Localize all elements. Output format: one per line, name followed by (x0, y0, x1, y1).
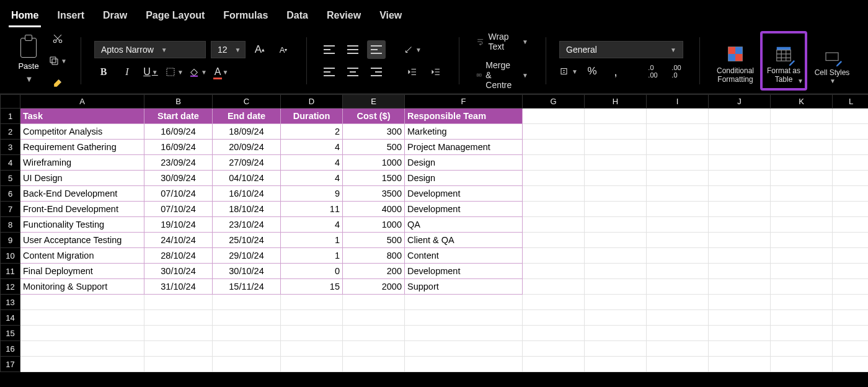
copy-button[interactable]: ▼ (48, 51, 67, 70)
row-header-1[interactable]: 1 (1, 109, 20, 124)
accounting-format-button[interactable]: ▼ (559, 62, 578, 81)
underline-button[interactable]: U▼ (141, 63, 160, 81)
align-bottom-button[interactable] (367, 40, 386, 59)
table-header-cell[interactable]: Cost ($) (343, 109, 405, 124)
cell[interactable]: 16/09/24 (144, 124, 213, 140)
increase-font-button[interactable]: A▴ (250, 40, 269, 59)
cell[interactable]: 4 (281, 171, 343, 186)
column-header-H[interactable]: H (585, 95, 647, 109)
cell[interactable]: 11 (281, 202, 343, 217)
table-header-cell[interactable]: Responsible Team (405, 109, 523, 124)
table-header-cell[interactable]: End date (213, 109, 281, 124)
column-header-I[interactable]: I (647, 95, 709, 109)
cell[interactable]: User Acceptance Testing (20, 233, 144, 248)
cell[interactable]: Monitoring & Support (20, 279, 144, 295)
cell[interactable]: 18/10/24 (213, 202, 281, 217)
row-header-16[interactable]: 16 (1, 341, 20, 357)
column-header-F[interactable]: F (405, 95, 523, 109)
cell[interactable]: UI Design (20, 171, 144, 186)
spreadsheet[interactable]: ABCDEFGHIJKL1TaskStart dateEnd dateDurat… (0, 94, 868, 372)
row-header-13[interactable]: 13 (1, 295, 20, 310)
cell[interactable]: Design (405, 155, 523, 171)
cell[interactable]: 16/09/24 (144, 140, 213, 155)
cell[interactable]: Development (405, 202, 523, 217)
orientation-button[interactable]: ▼ (403, 40, 422, 59)
conditional-formatting-button[interactable]: Conditional Formatting (713, 35, 758, 87)
cell[interactable]: Project Management (405, 140, 523, 155)
align-middle-button[interactable] (343, 40, 362, 59)
row-header-9[interactable]: 9 (1, 233, 20, 248)
row-header-11[interactable]: 11 (1, 264, 20, 279)
row-header-3[interactable]: 3 (1, 140, 20, 155)
table-header-cell[interactable]: Start date (144, 109, 213, 124)
cell[interactable]: Functionality Testing (20, 217, 144, 233)
cell[interactable]: Marketing (405, 124, 523, 140)
row-header-4[interactable]: 4 (1, 155, 20, 171)
cell[interactable]: 800 (343, 248, 405, 264)
tab-view[interactable]: View (377, 6, 404, 27)
align-top-button[interactable] (320, 40, 339, 59)
column-header-B[interactable]: B (144, 95, 213, 109)
cell[interactable]: 20/09/24 (213, 140, 281, 155)
cell[interactable]: 2000 (343, 279, 405, 295)
tab-data[interactable]: Data (284, 6, 311, 27)
cell[interactable]: 4 (281, 217, 343, 233)
row-header-5[interactable]: 5 (1, 171, 20, 186)
paste-button[interactable]: Paste ▼ (14, 35, 43, 87)
cell[interactable]: 23/09/24 (144, 155, 213, 171)
column-header-A[interactable]: A (20, 95, 144, 109)
cell[interactable]: 30/10/24 (213, 264, 281, 279)
row-header-12[interactable]: 12 (1, 279, 20, 295)
cell[interactable]: 23/10/24 (213, 217, 281, 233)
cell[interactable]: 0 (281, 264, 343, 279)
cell[interactable]: Design (405, 171, 523, 186)
select-all-corner[interactable] (1, 95, 20, 109)
cell[interactable]: 500 (343, 233, 405, 248)
cell-styles-button[interactable]: Cell Styles ▼ (810, 35, 854, 87)
row-header-7[interactable]: 7 (1, 202, 20, 217)
align-left-button[interactable] (320, 63, 339, 81)
row-header-17[interactable]: 17 (1, 357, 20, 372)
align-center-button[interactable] (343, 63, 362, 81)
cell[interactable]: Wireframing (20, 155, 144, 171)
increase-decimal-button[interactable]: .0.00 (644, 62, 662, 81)
decrease-decimal-button[interactable]: .00.0 (667, 62, 686, 81)
cell[interactable]: 19/10/24 (144, 217, 213, 233)
cell[interactable]: 15/11/24 (213, 279, 281, 295)
cell[interactable]: Back-End Development (20, 186, 144, 202)
font-family-dropdown[interactable]: Aptos Narrow▼ (94, 41, 206, 58)
cell[interactable]: Client & QA (405, 233, 523, 248)
cell[interactable]: 27/09/24 (213, 155, 281, 171)
cell[interactable]: 300 (343, 124, 405, 140)
cell[interactable]: 4 (281, 140, 343, 155)
wrap-text-button[interactable]: Wrap Text▼ (472, 29, 532, 54)
column-header-C[interactable]: C (213, 95, 281, 109)
cut-button[interactable] (48, 29, 67, 48)
number-format-dropdown[interactable]: General▼ (559, 41, 683, 58)
cell[interactable]: 30/09/24 (144, 171, 213, 186)
row-header-15[interactable]: 15 (1, 326, 20, 341)
cell[interactable]: 07/10/24 (144, 202, 213, 217)
cell[interactable]: 9 (281, 186, 343, 202)
font-color-button[interactable]: A▼ (212, 63, 231, 81)
cell[interactable]: 16/10/24 (213, 186, 281, 202)
row-header-2[interactable]: 2 (1, 124, 20, 140)
cell[interactable]: Requirement Gathering (20, 140, 144, 155)
cell[interactable]: 28/10/24 (144, 248, 213, 264)
cell[interactable]: 25/10/24 (213, 233, 281, 248)
align-right-button[interactable] (367, 63, 386, 81)
row-header-8[interactable]: 8 (1, 217, 20, 233)
tab-page-layout[interactable]: Page Layout (143, 6, 207, 27)
column-header-D[interactable]: D (281, 95, 343, 109)
column-header-L[interactable]: L (833, 95, 869, 109)
column-header-G[interactable]: G (523, 95, 585, 109)
cell[interactable]: Competitor Analysis (20, 124, 144, 140)
fill-color-button[interactable]: ▼ (188, 63, 207, 81)
cell[interactable]: 1000 (343, 155, 405, 171)
cell[interactable]: 1500 (343, 171, 405, 186)
cell[interactable]: 31/10/24 (144, 279, 213, 295)
border-button[interactable]: ▼ (165, 63, 184, 81)
cell[interactable]: 2 (281, 124, 343, 140)
italic-button[interactable]: I (118, 63, 136, 81)
cell[interactable]: 4000 (343, 202, 405, 217)
